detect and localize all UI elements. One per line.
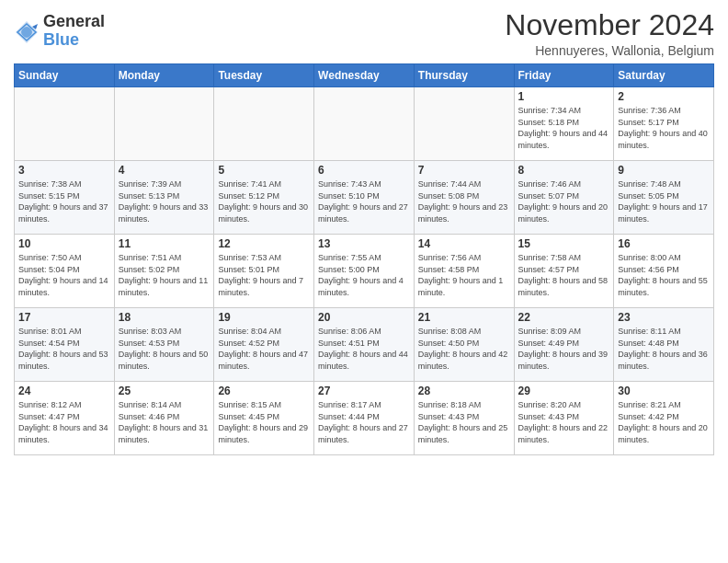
day-number: 27	[318, 385, 410, 397]
day-info: Sunrise: 8:14 AM Sunset: 4:46 PM Dayligh…	[119, 399, 210, 445]
day-cell: 9Sunrise: 7:48 AM Sunset: 5:05 PM Daylig…	[614, 161, 714, 235]
day-cell: 29Sunrise: 8:20 AM Sunset: 4:43 PM Dayli…	[514, 382, 614, 455]
day-number: 23	[618, 311, 710, 324]
day-cell	[114, 87, 214, 161]
day-cell: 15Sunrise: 7:58 AM Sunset: 4:57 PM Dayli…	[514, 235, 614, 308]
day-cell: 30Sunrise: 8:21 AM Sunset: 4:42 PM Dayli…	[614, 382, 714, 455]
day-info: Sunrise: 7:53 AM Sunset: 5:01 PM Dayligh…	[218, 252, 310, 298]
day-number: 28	[418, 385, 510, 397]
day-number: 8	[518, 164, 610, 177]
day-cell	[214, 87, 314, 161]
day-info: Sunrise: 8:11 AM Sunset: 4:48 PM Dayligh…	[618, 326, 710, 372]
day-number: 30	[618, 385, 710, 397]
day-info: Sunrise: 7:43 AM Sunset: 5:10 PM Dayligh…	[318, 178, 410, 224]
day-cell: 18Sunrise: 8:03 AM Sunset: 4:53 PM Dayli…	[114, 308, 214, 382]
header: General Blue November 2024 Hennuyeres, W…	[14, 9, 714, 58]
day-number: 4	[119, 164, 210, 177]
day-cell: 8Sunrise: 7:46 AM Sunset: 5:07 PM Daylig…	[514, 161, 614, 235]
day-info: Sunrise: 8:18 AM Sunset: 4:43 PM Dayligh…	[418, 399, 510, 445]
logo-line1: General	[43, 13, 105, 31]
day-info: Sunrise: 8:17 AM Sunset: 4:44 PM Dayligh…	[318, 399, 410, 445]
calendar-table: SundayMondayTuesdayWednesdayThursdayFrid…	[14, 63, 714, 455]
day-number: 29	[518, 385, 610, 397]
week-row-4: 17Sunrise: 8:01 AM Sunset: 4:54 PM Dayli…	[15, 308, 714, 382]
day-header-saturday: Saturday	[614, 64, 714, 87]
day-info: Sunrise: 7:38 AM Sunset: 5:15 PM Dayligh…	[18, 178, 110, 224]
logo-icon	[14, 19, 40, 45]
day-info: Sunrise: 7:46 AM Sunset: 5:07 PM Dayligh…	[518, 178, 610, 224]
day-info: Sunrise: 7:55 AM Sunset: 5:00 PM Dayligh…	[318, 252, 410, 298]
day-header-monday: Monday	[114, 64, 214, 87]
day-info: Sunrise: 8:12 AM Sunset: 4:47 PM Dayligh…	[18, 399, 110, 445]
subtitle: Hennuyeres, Wallonia, Belgium	[505, 43, 714, 58]
day-number: 25	[119, 385, 210, 397]
day-number: 16	[618, 237, 710, 250]
day-cell: 11Sunrise: 7:51 AM Sunset: 5:02 PM Dayli…	[114, 235, 214, 308]
day-number: 2	[618, 90, 710, 103]
day-number: 14	[418, 237, 510, 250]
day-number: 19	[218, 311, 310, 324]
day-number: 1	[518, 90, 610, 103]
day-cell: 25Sunrise: 8:14 AM Sunset: 4:46 PM Dayli…	[114, 382, 214, 455]
logo-text: General Blue	[43, 13, 105, 50]
day-info: Sunrise: 7:48 AM Sunset: 5:05 PM Dayligh…	[618, 178, 710, 224]
day-info: Sunrise: 7:51 AM Sunset: 5:02 PM Dayligh…	[119, 252, 210, 298]
day-info: Sunrise: 8:04 AM Sunset: 4:52 PM Dayligh…	[218, 326, 310, 372]
day-header-wednesday: Wednesday	[314, 64, 415, 87]
day-info: Sunrise: 8:08 AM Sunset: 4:50 PM Dayligh…	[418, 326, 510, 372]
day-cell	[414, 87, 514, 161]
day-number: 3	[18, 164, 110, 177]
day-cell: 12Sunrise: 7:53 AM Sunset: 5:01 PM Dayli…	[214, 235, 314, 308]
day-cell: 7Sunrise: 7:44 AM Sunset: 5:08 PM Daylig…	[414, 161, 514, 235]
day-header-tuesday: Tuesday	[214, 64, 314, 87]
day-info: Sunrise: 7:34 AM Sunset: 5:18 PM Dayligh…	[518, 105, 610, 151]
logo: General Blue	[14, 13, 105, 50]
day-cell: 13Sunrise: 7:55 AM Sunset: 5:00 PM Dayli…	[314, 235, 415, 308]
day-cell: 6Sunrise: 7:43 AM Sunset: 5:10 PM Daylig…	[314, 161, 415, 235]
day-cell: 19Sunrise: 8:04 AM Sunset: 4:52 PM Dayli…	[214, 308, 314, 382]
day-number: 17	[18, 311, 110, 324]
day-header-friday: Friday	[514, 64, 614, 87]
day-info: Sunrise: 7:44 AM Sunset: 5:08 PM Dayligh…	[418, 178, 510, 224]
day-info: Sunrise: 7:36 AM Sunset: 5:17 PM Dayligh…	[618, 105, 710, 151]
week-row-2: 3Sunrise: 7:38 AM Sunset: 5:15 PM Daylig…	[15, 161, 714, 235]
page: General Blue November 2024 Hennuyeres, W…	[0, 0, 728, 563]
day-number: 20	[318, 311, 410, 324]
day-info: Sunrise: 8:01 AM Sunset: 4:54 PM Dayligh…	[18, 326, 110, 372]
day-number: 5	[218, 164, 310, 177]
day-cell: 27Sunrise: 8:17 AM Sunset: 4:44 PM Dayli…	[314, 382, 415, 455]
logo-line2: Blue	[43, 31, 105, 50]
day-info: Sunrise: 7:50 AM Sunset: 5:04 PM Dayligh…	[18, 252, 110, 298]
day-cell: 10Sunrise: 7:50 AM Sunset: 5:04 PM Dayli…	[15, 235, 115, 308]
day-cell: 4Sunrise: 7:39 AM Sunset: 5:13 PM Daylig…	[114, 161, 214, 235]
day-number: 12	[218, 237, 310, 250]
day-info: Sunrise: 8:21 AM Sunset: 4:42 PM Dayligh…	[618, 399, 710, 445]
title-block: November 2024 Hennuyeres, Wallonia, Belg…	[505, 9, 714, 58]
day-number: 13	[318, 237, 410, 250]
header-row: SundayMondayTuesdayWednesdayThursdayFrid…	[15, 64, 714, 87]
day-info: Sunrise: 8:20 AM Sunset: 4:43 PM Dayligh…	[518, 399, 610, 445]
day-cell	[15, 87, 115, 161]
day-cell: 20Sunrise: 8:06 AM Sunset: 4:51 PM Dayli…	[314, 308, 415, 382]
day-number: 15	[518, 237, 610, 250]
day-info: Sunrise: 8:15 AM Sunset: 4:45 PM Dayligh…	[218, 399, 310, 445]
day-cell: 24Sunrise: 8:12 AM Sunset: 4:47 PM Dayli…	[15, 382, 115, 455]
week-row-5: 24Sunrise: 8:12 AM Sunset: 4:47 PM Dayli…	[15, 382, 714, 455]
day-cell: 28Sunrise: 8:18 AM Sunset: 4:43 PM Dayli…	[414, 382, 514, 455]
day-number: 11	[119, 237, 210, 250]
day-cell: 1Sunrise: 7:34 AM Sunset: 5:18 PM Daylig…	[514, 87, 614, 161]
day-info: Sunrise: 8:06 AM Sunset: 4:51 PM Dayligh…	[318, 326, 410, 372]
day-number: 10	[18, 237, 110, 250]
day-cell: 26Sunrise: 8:15 AM Sunset: 4:45 PM Dayli…	[214, 382, 314, 455]
day-number: 24	[18, 385, 110, 397]
day-info: Sunrise: 8:00 AM Sunset: 4:56 PM Dayligh…	[618, 252, 710, 298]
day-header-sunday: Sunday	[15, 64, 115, 87]
day-header-thursday: Thursday	[414, 64, 514, 87]
day-cell: 17Sunrise: 8:01 AM Sunset: 4:54 PM Dayli…	[15, 308, 115, 382]
day-number: 22	[518, 311, 610, 324]
day-number: 18	[119, 311, 210, 324]
day-cell: 21Sunrise: 8:08 AM Sunset: 4:50 PM Dayli…	[414, 308, 514, 382]
day-number: 7	[418, 164, 510, 177]
day-cell: 3Sunrise: 7:38 AM Sunset: 5:15 PM Daylig…	[15, 161, 115, 235]
day-info: Sunrise: 7:58 AM Sunset: 4:57 PM Dayligh…	[518, 252, 610, 298]
